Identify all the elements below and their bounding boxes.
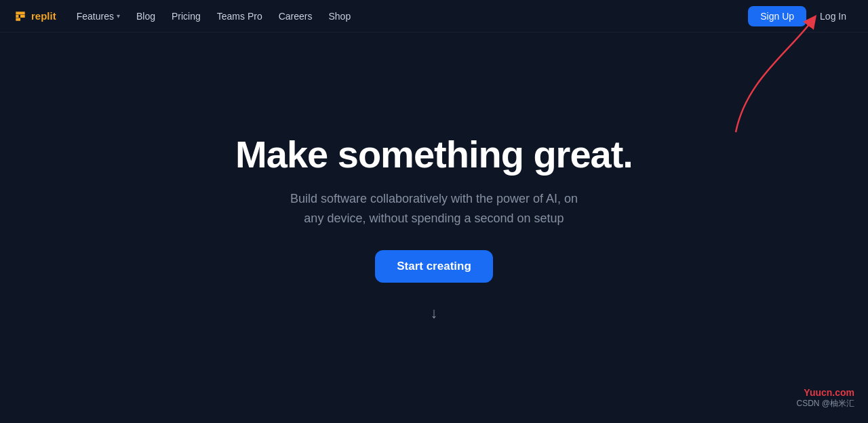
nav-label-shop: Shop (328, 11, 351, 22)
start-creating-button[interactable]: Start creating (375, 250, 493, 283)
replit-logo-icon (14, 9, 27, 23)
navbar-left: replit Features ▾ Blog Pricing Teams Pro… (14, 7, 357, 26)
logo[interactable]: replit (14, 9, 56, 23)
nav-item-teams-pro[interactable]: Teams Pro (210, 7, 269, 26)
nav-label-careers: Careers (279, 11, 313, 22)
nav-label-features: Features (77, 11, 114, 22)
navbar: replit Features ▾ Blog Pricing Teams Pro… (0, 0, 868, 33)
signup-button[interactable]: Sign Up (748, 6, 806, 26)
hero-section: Make something great. Build software col… (0, 33, 868, 423)
nav-item-shop[interactable]: Shop (321, 7, 357, 26)
hero-title: Make something great. (235, 134, 633, 176)
watermark-user: CSDN @柚米汇 (796, 398, 854, 409)
hero-subtitle-line1: Build software collaboratively with the … (290, 192, 578, 205)
chevron-down-icon: ▾ (117, 12, 120, 20)
nav-item-pricing[interactable]: Pricing (165, 7, 208, 26)
watermark-site: Yuucn.com (796, 387, 854, 398)
navbar-right: Sign Up Log In (748, 6, 854, 26)
logo-text: replit (31, 10, 56, 22)
nav-label-blog: Blog (136, 11, 155, 22)
watermark: Yuucn.com CSDN @柚米汇 (796, 387, 854, 409)
nav-label-pricing: Pricing (172, 11, 201, 22)
nav-item-blog[interactable]: Blog (130, 7, 162, 26)
nav-item-features[interactable]: Features ▾ (70, 7, 127, 26)
login-button[interactable]: Log In (812, 6, 854, 26)
nav-item-careers[interactable]: Careers (272, 7, 319, 26)
hero-subtitle-line2: any device, without spending a second on… (304, 212, 564, 225)
hero-subtitle: Build software collaboratively with the … (290, 189, 578, 228)
scroll-down-icon[interactable]: ↓ (431, 304, 438, 322)
nav-label-teams-pro: Teams Pro (217, 11, 262, 22)
